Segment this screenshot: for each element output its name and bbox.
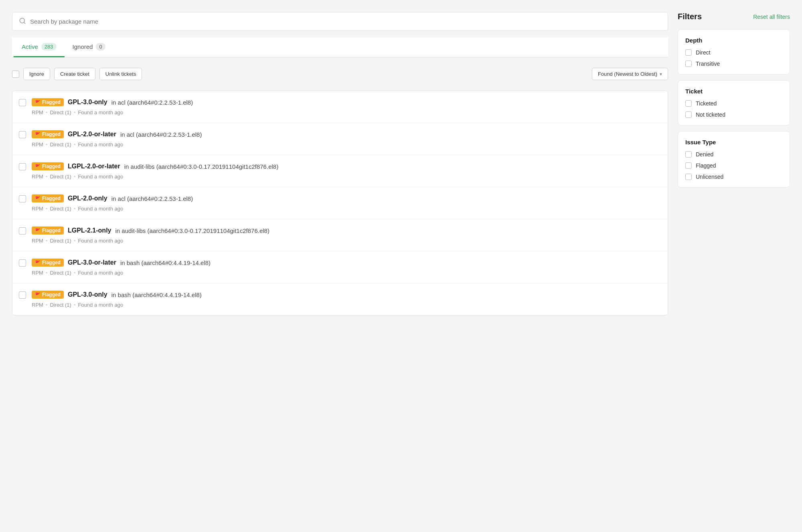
meta-dot-2: •	[74, 270, 76, 276]
issue-found: Found a month ago	[78, 109, 123, 115]
flag-icon: 🚩	[35, 196, 41, 201]
issue-body: 🚩 Flagged LGPL-2.1-only in audit-libs (a…	[32, 227, 661, 244]
issue-context: in acl (aarch64#0:2.2.53-1.el8)	[111, 195, 193, 202]
meta-dot-2: •	[74, 206, 76, 212]
tab-ignored-label: Ignored	[73, 43, 93, 50]
issue-depth: Direct (1)	[50, 238, 71, 244]
tab-active-count: 283	[41, 43, 57, 51]
issue-depth: Direct (1)	[50, 109, 71, 115]
issue-context: in acl (aarch64#0:2.2.53-1.el8)	[111, 99, 193, 106]
row-checkbox[interactable]	[19, 227, 26, 235]
issue-body: 🚩 Flagged GPL-2.0-only in acl (aarch64#0…	[32, 194, 661, 212]
issue-meta: RPM • Direct (1) • Found a month ago	[32, 270, 661, 276]
unlink-tickets-button[interactable]: Unlink tickets	[99, 68, 142, 80]
issue-body: 🚩 Flagged GPL-3.0-only in acl (aarch64#0…	[32, 98, 661, 115]
flag-icon: 🚩	[35, 100, 41, 105]
issue-license: GPL-3.0-only	[68, 99, 107, 106]
filter-not-ticketed[interactable]: Not ticketed	[685, 111, 782, 118]
filters-header: Filters Reset all filters	[678, 12, 790, 21]
flagged-badge: 🚩 Flagged	[32, 194, 64, 202]
flagged-badge: 🚩 Flagged	[32, 98, 64, 106]
flag-icon: 🚩	[35, 292, 41, 297]
issue-meta: RPM • Direct (1) • Found a month ago	[32, 109, 661, 115]
flagged-badge: 🚩 Flagged	[32, 227, 64, 235]
ignore-button[interactable]: Ignore	[23, 68, 50, 80]
tab-active[interactable]: Active 283	[14, 37, 65, 57]
flagged-checkbox[interactable]	[685, 162, 692, 169]
meta-dot-1: •	[46, 142, 48, 148]
meta-dot-2: •	[74, 302, 76, 308]
issue-body: 🚩 Flagged GPL-3.0-or-later in bash (aarc…	[32, 259, 661, 276]
not-ticketed-checkbox[interactable]	[685, 111, 692, 118]
issue-found: Found a month ago	[78, 142, 123, 148]
flag-icon: 🚩	[35, 228, 41, 233]
issue-context: in bash (aarch64#0:4.4.19-14.el8)	[111, 291, 202, 298]
reset-filters-link[interactable]: Reset all filters	[753, 14, 790, 20]
direct-label: Direct	[696, 49, 711, 56]
issue-body: 🚩 Flagged GPL-3.0-only in bash (aarch64#…	[32, 291, 661, 308]
issue-type-filter-title: Issue Type	[685, 139, 782, 146]
ticketed-checkbox[interactable]	[685, 100, 692, 107]
filter-transitive[interactable]: Transitive	[685, 61, 782, 67]
row-checkbox[interactable]	[19, 195, 26, 202]
issue-depth: Direct (1)	[50, 142, 71, 148]
filter-flagged[interactable]: Flagged	[685, 162, 782, 169]
issue-found: Found a month ago	[78, 174, 123, 180]
issue-meta: RPM • Direct (1) • Found a month ago	[32, 206, 661, 212]
row-checkbox[interactable]	[19, 163, 26, 170]
issue-depth: Direct (1)	[50, 206, 71, 212]
issue-license: GPL-2.0-only	[68, 195, 107, 202]
meta-dot-1: •	[46, 109, 48, 115]
row-checkbox[interactable]	[19, 291, 26, 299]
toolbar: Ignore Create ticket Unlink tickets Foun…	[12, 64, 668, 84]
table-row: 🚩 Flagged GPL-3.0-only in bash (aarch64#…	[12, 283, 668, 315]
row-checkbox[interactable]	[19, 99, 26, 106]
chevron-down-icon: ▾	[660, 71, 662, 77]
search-input[interactable]	[30, 18, 661, 25]
flagged-badge: 🚩 Flagged	[32, 130, 64, 138]
search-bar	[12, 12, 668, 31]
issue-context: in bash (aarch64#0:4.4.19-14.el8)	[120, 259, 211, 266]
issue-depth: Direct (1)	[50, 174, 71, 180]
create-ticket-button[interactable]: Create ticket	[54, 68, 95, 80]
issue-type: RPM	[32, 142, 43, 148]
transitive-checkbox[interactable]	[685, 61, 692, 67]
sort-dropdown[interactable]: Found (Newest to Oldest) ▾	[592, 68, 668, 80]
unlicensed-checkbox[interactable]	[685, 174, 692, 180]
issue-found: Found a month ago	[78, 206, 123, 212]
meta-dot-2: •	[74, 174, 76, 180]
issue-license: LGPL-2.1-only	[68, 227, 111, 234]
ticketed-label: Ticketed	[696, 100, 717, 107]
meta-dot-2: •	[74, 238, 76, 244]
select-all-checkbox[interactable]	[12, 71, 19, 78]
row-checkbox[interactable]	[19, 259, 26, 267]
tab-active-label: Active	[22, 43, 38, 50]
filter-denied[interactable]: Denied	[685, 151, 782, 158]
search-icon	[19, 17, 26, 26]
direct-checkbox[interactable]	[685, 49, 692, 56]
meta-dot-1: •	[46, 206, 48, 212]
row-checkbox[interactable]	[19, 131, 26, 138]
meta-dot-1: •	[46, 302, 48, 308]
filter-ticketed[interactable]: Ticketed	[685, 100, 782, 107]
issue-title-line: 🚩 Flagged LGPL-2.0-or-later in audit-lib…	[32, 162, 661, 170]
denied-label: Denied	[696, 151, 713, 158]
toolbar-left: Ignore Create ticket Unlink tickets	[12, 68, 588, 80]
filter-direct[interactable]: Direct	[685, 49, 782, 56]
depth-filter-title: Depth	[685, 37, 782, 44]
meta-dot-1: •	[46, 270, 48, 276]
meta-dot-2: •	[74, 142, 76, 148]
meta-dot-1: •	[46, 238, 48, 244]
transitive-label: Transitive	[696, 61, 720, 67]
table-row: 🚩 Flagged GPL-2.0-only in acl (aarch64#0…	[12, 187, 668, 219]
denied-checkbox[interactable]	[685, 151, 692, 158]
tab-ignored[interactable]: Ignored 0	[65, 37, 113, 57]
issue-context: in acl (aarch64#0:2.2.53-1.el8)	[120, 131, 202, 138]
flagged-badge: 🚩 Flagged	[32, 162, 64, 170]
issue-context: in audit-libs (aarch64#0:3.0-0.17.201911…	[124, 163, 278, 170]
filter-unlicensed[interactable]: Unlicensed	[685, 174, 782, 180]
tab-ignored-count: 0	[96, 43, 105, 51]
flagged-label: Flagged	[696, 162, 716, 169]
table-row: 🚩 Flagged GPL-3.0-only in acl (aarch64#0…	[12, 91, 668, 123]
issue-title-line: 🚩 Flagged LGPL-2.1-only in audit-libs (a…	[32, 227, 661, 235]
